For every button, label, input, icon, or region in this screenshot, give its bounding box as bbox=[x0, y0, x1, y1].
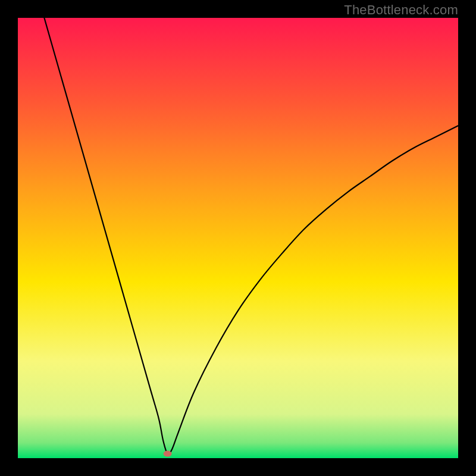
gradient-background bbox=[18, 18, 458, 458]
chart-frame: TheBottleneck.com bbox=[0, 0, 476, 476]
chart-svg bbox=[18, 18, 458, 458]
plot-area bbox=[18, 18, 458, 458]
watermark-text: TheBottleneck.com bbox=[344, 2, 458, 18]
optimum-marker bbox=[164, 451, 172, 457]
